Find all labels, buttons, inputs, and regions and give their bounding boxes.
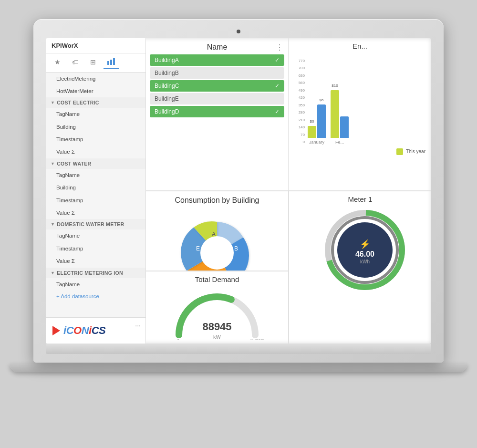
item-timestamp-1[interactable]: Timestamp: [46, 133, 145, 146]
building-name-a: BuildingA: [155, 57, 179, 63]
building-list: BuildingA ✓ BuildingB BuildingC ✓ Buildi…: [146, 54, 288, 123]
building-item-a[interactable]: BuildingA ✓: [150, 54, 284, 66]
bars-feb: $10: [331, 90, 349, 138]
bottom-left-wrapper: Consumption by Building: [146, 191, 289, 344]
app-title: KPIWorX: [46, 38, 145, 53]
consumption-panel: Consumption by Building: [146, 191, 288, 271]
bar-group-jan: $0 $5 January: [308, 104, 326, 145]
check-icon-a: ✓: [275, 57, 280, 63]
item-tagname-3[interactable]: TagName: [46, 229, 145, 242]
gauge-unit: kW: [213, 334, 221, 340]
webcam: [237, 30, 240, 33]
gauge-value: 88945: [202, 321, 231, 333]
section-domestic-water[interactable]: ▼ DOMESTIC WATER METER: [46, 219, 145, 229]
month-label-feb: Fe...: [335, 140, 344, 145]
item-tagname-2[interactable]: TagName: [46, 169, 145, 181]
more-options-icon[interactable]: ···: [135, 322, 141, 329]
bar-feb-lastyear: [340, 116, 349, 138]
svg-rect-0: [107, 61, 109, 65]
consumption-title: Consumption by Building: [171, 191, 263, 208]
sidebar-tabs: ★ 🏷 ⊞: [46, 53, 145, 73]
total-demand-panel: Total Demand 88945 kW 0 150000: [146, 271, 288, 344]
bar-jan-thisyear: $0: [308, 126, 316, 138]
section-label-electric: ELECTRIC METERING ION: [57, 270, 123, 276]
screen-bezel: KPIWorX ★ 🏷 ⊞ ElectricMetering HotWaterM…: [33, 19, 444, 363]
item-value-3[interactable]: Value Σ: [46, 255, 145, 267]
bar-jan-lastyear: $5: [317, 104, 326, 138]
item-timestamp-3[interactable]: Timestamp: [46, 242, 145, 255]
logo-play-icon: [52, 326, 60, 335]
arrow-icon: ▼: [51, 100, 55, 105]
lightning-icon: ⚡: [360, 239, 371, 250]
item-tagname-4[interactable]: TagName: [46, 278, 145, 291]
laptop-shell: KPIWorX ★ 🏷 ⊞ ElectricMetering HotWaterM…: [33, 19, 444, 429]
section-electric-metering[interactable]: ▼ ELECTRIC METERING ION: [46, 268, 145, 278]
building-name-c: BuildingC: [155, 83, 179, 89]
chart-legend: This year: [289, 146, 431, 158]
sidebar: KPIWorX ★ 🏷 ⊞ ElectricMetering HotWaterM…: [46, 38, 146, 344]
arrow-icon-3: ▼: [51, 222, 55, 227]
section-label-cost-electric: COST ELECTRIC: [57, 100, 99, 105]
building-item-d[interactable]: BuildingD ✓: [150, 106, 284, 117]
sidebar-content: ElectricMetering HotWaterMeter ▼ COST EL…: [46, 73, 145, 317]
add-datasource-button[interactable]: + Add datasource: [46, 291, 145, 302]
laptop-base: [46, 344, 431, 354]
check-icon-d: ✓: [275, 108, 280, 115]
bars-area: $0 $5 January: [306, 59, 427, 145]
meter1-panel: Meter 1 ⚡: [289, 191, 431, 344]
section-label-domestic: DOMESTIC WATER METER: [57, 221, 124, 227]
item-tagname-1[interactable]: TagName: [46, 108, 145, 120]
pre-item-hotwatermeter[interactable]: HotWaterMeter: [46, 85, 145, 97]
tab-layers[interactable]: ⊞: [86, 56, 100, 69]
pre-item-electricmetering[interactable]: ElectricMetering: [46, 73, 145, 85]
building-item-b[interactable]: BuildingB: [150, 67, 284, 79]
building-item-c[interactable]: BuildingC ✓: [150, 80, 284, 92]
tab-chart[interactable]: [104, 56, 119, 69]
building-item-e[interactable]: BuildingE: [150, 93, 284, 104]
section-cost-electric[interactable]: ▼ COST ELECTRIC: [46, 97, 145, 108]
month-label-jan: January: [309, 140, 324, 145]
meter1-title: Meter 1: [344, 191, 376, 207]
label-e: E: [196, 245, 200, 252]
item-building-2[interactable]: Building: [46, 181, 145, 194]
meter-unit-text: kWh: [360, 259, 370, 264]
bar-group-feb: $10 Fe...: [331, 90, 349, 145]
total-demand-title: Total Demand: [195, 275, 239, 283]
name-filter-panel: Name ⋮ BuildingA ✓ BuildingB BuildingC ✓: [146, 38, 289, 191]
bar-feb-thisyear: $10: [331, 90, 339, 138]
main-content: Name ⋮ BuildingA ✓ BuildingB BuildingC ✓: [146, 38, 431, 344]
circular-meter: ⚡ 46.00 kWh: [322, 207, 398, 283]
label-a: A: [212, 231, 216, 238]
legend-thisyear-color: [396, 148, 403, 155]
svg-rect-1: [110, 60, 112, 65]
tab-star[interactable]: ★: [51, 56, 64, 69]
check-icon-c: ✓: [275, 83, 280, 89]
gauge-min: 0: [176, 338, 179, 340]
section-cost-water[interactable]: ▼ COST WATER: [46, 158, 145, 169]
item-value-2[interactable]: Value Σ: [46, 207, 145, 219]
section-label-cost-water: COST WATER: [57, 161, 91, 167]
label-b: B: [234, 245, 238, 252]
donut-chart: A B C D E: [176, 212, 258, 271]
building-name-b: BuildingB: [155, 70, 179, 76]
item-timestamp-2[interactable]: Timestamp: [46, 194, 145, 207]
meter-value-text: 46.00: [355, 250, 374, 258]
panel-menu-icon[interactable]: ⋮: [276, 43, 283, 52]
svg-rect-2: [113, 58, 115, 65]
energy-chart-panel: En... 770 700 630 560 490 420 350 280: [289, 38, 431, 191]
building-name-e: BuildingE: [155, 95, 179, 102]
item-building-1[interactable]: Building: [46, 121, 145, 133]
logo-text: iCONiCS: [63, 324, 105, 337]
meter-svg: ⚡ 46.00 kWh: [322, 207, 408, 293]
tab-tag[interactable]: 🏷: [68, 56, 83, 69]
sidebar-footer: ··· iCONiCS: [46, 317, 145, 344]
energy-panel-title: En...: [289, 38, 431, 54]
iconics-logo: iCONiCS: [51, 323, 141, 339]
laptop-bottom: [10, 364, 467, 372]
item-value-1[interactable]: Value Σ: [46, 146, 145, 158]
building-name-d: BuildingD: [155, 108, 179, 115]
donut-svg: A B C D E: [176, 212, 258, 271]
gauge-max: 150000: [250, 338, 264, 340]
bar-chart-wrapper: 770 700 630 560 490 420 350 280 210 140 …: [289, 57, 431, 146]
y-axis: 770 700 630 560 490 420 350 280 210 140 …: [292, 59, 306, 145]
